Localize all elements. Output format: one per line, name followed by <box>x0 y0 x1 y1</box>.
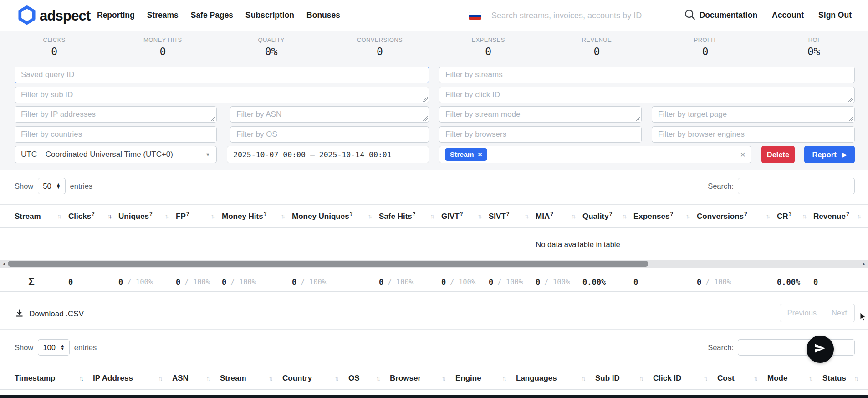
column-header-stream2[interactable]: Stream↑↓ <box>220 374 282 383</box>
column-header-money-uniques[interactable]: Money Uniques?↑↓ <box>292 211 379 221</box>
next-page-button[interactable]: Next <box>824 304 855 322</box>
spinner-icon: ▲▼ <box>56 183 61 189</box>
previous-page-button[interactable]: Previous <box>780 304 824 322</box>
column-header-revenue[interactable]: Revenue?↑↓ <box>813 211 868 221</box>
stream-tag[interactable]: Stream × <box>445 148 487 161</box>
column-header-click-id[interactable]: Click ID↑↓ <box>653 374 717 383</box>
column-header-clicks[interactable]: Clicks?↑↓ <box>68 211 118 221</box>
report-button[interactable]: Report ▶ <box>804 146 855 163</box>
totals-sivt: 0/ 100% <box>489 278 536 287</box>
totals-money-uniques: 0/ 100% <box>292 278 379 287</box>
filter-browsers-input[interactable] <box>439 126 642 143</box>
column-header-cr[interactable]: CR?↑↓ <box>777 211 813 221</box>
sort-icon: ↑↓ <box>442 375 447 382</box>
nav-item-safe-pages[interactable]: Safe Pages <box>191 10 233 20</box>
language-flag-ru-icon[interactable] <box>469 12 481 20</box>
brand-name: adspect <box>40 8 91 24</box>
stat-revenue: REVENUE0 <box>542 36 651 57</box>
filter-asn-textarea[interactable]: Filter by ASN <box>230 106 429 123</box>
sort-icon: ↑↓ <box>525 212 530 220</box>
column-header-engine[interactable]: Engine↑↓ <box>455 374 516 383</box>
nav-item-reporting[interactable]: Reporting <box>97 10 135 20</box>
column-header-cost[interactable]: Cost↑↓ <box>717 374 767 383</box>
column-header-os[interactable]: OS↑↓ <box>348 374 390 383</box>
column-header-givt[interactable]: GIVT?↑↓ <box>441 211 489 221</box>
table1-page-size-select[interactable]: 50 ▲▼ <box>38 178 65 194</box>
sort-icon: ↑↓ <box>57 212 62 220</box>
column-header-expenses[interactable]: Expenses?↑↓ <box>633 211 697 221</box>
scroll-right-icon[interactable]: ► <box>862 261 867 266</box>
search-icon[interactable] <box>684 9 696 23</box>
column-header-asn[interactable]: ASN↑↓ <box>172 374 220 383</box>
column-header-country[interactable]: Country↑↓ <box>282 374 348 383</box>
scroll-left-icon[interactable]: ◄ <box>1 261 6 266</box>
timezone-select[interactable]: UTC – Coordinated Universal Time (UTC+0)… <box>15 146 217 163</box>
column-header-languages[interactable]: Languages↑↓ <box>516 374 595 383</box>
clear-multiselect-icon[interactable]: × <box>740 150 745 159</box>
saved-query-id-input[interactable] <box>15 67 429 83</box>
table2-search-input[interactable] <box>738 339 855 356</box>
column-header-sivt[interactable]: SIVT?↑↓ <box>489 211 536 221</box>
nav-item-documentation[interactable]: Documentation <box>700 10 757 20</box>
column-header-money-hits[interactable]: Money Hits?↑↓ <box>222 211 292 221</box>
hexagon-logo-icon <box>18 5 36 26</box>
horizontal-scrollbar[interactable]: ◄ ► <box>0 260 868 268</box>
adspect-reporting-page: adspect Reporting Streams Safe Pages Sub… <box>0 0 868 398</box>
nav-item-bonuses[interactable]: Bonuses <box>306 10 340 20</box>
section-divider <box>0 329 868 330</box>
table1-search-input[interactable] <box>738 178 855 194</box>
sort-icon: ↑↓ <box>754 375 759 382</box>
spinner-icon: ▲▼ <box>61 344 65 351</box>
filter-sub-id-textarea[interactable]: Filter by sub ID <box>15 87 429 103</box>
sort-icon: ↑↓ <box>206 375 211 382</box>
column-header-uniques[interactable]: Uniques?↑↓ <box>118 211 176 221</box>
column-header-mia[interactable]: MIA?↑↓ <box>536 211 582 221</box>
filter-browser-engines-input[interactable] <box>652 126 855 143</box>
sort-icon: ↑↓ <box>269 375 274 382</box>
download-csv-link[interactable]: Download .CSV <box>15 308 84 320</box>
scrollbar-thumb[interactable] <box>8 261 648 267</box>
column-header-sub-id[interactable]: Sub ID↑↓ <box>595 374 653 383</box>
filter-stream-mode-textarea[interactable]: Filter by stream mode <box>439 106 642 123</box>
filter-streams-input[interactable] <box>439 67 855 83</box>
sort-icon: ↑↓ <box>854 375 859 382</box>
nav-item-sign-out[interactable]: Sign Out <box>818 10 852 20</box>
brand-logo[interactable]: adspect <box>18 5 91 26</box>
filter-ip-addresses-textarea[interactable]: Filter by IP addresses <box>15 106 217 123</box>
delete-button[interactable]: Delete <box>761 146 795 163</box>
global-search-input[interactable] <box>490 7 679 24</box>
stat-expenses: EXPENSES0 <box>434 36 542 57</box>
stat-money-hits: MONEY HITS0 <box>108 36 217 57</box>
column-header-stream[interactable]: Stream↑↓ <box>15 211 68 221</box>
column-header-browser[interactable]: Browser↑↓ <box>390 374 455 383</box>
column-header-safe-hits[interactable]: Safe Hits?↑↓ <box>379 211 441 221</box>
column-header-conversions[interactable]: Conversions?↑↓ <box>697 211 777 221</box>
sort-icon: ↑↓ <box>376 375 381 382</box>
group-by-multiselect[interactable]: Stream × × <box>439 146 751 163</box>
sort-icon: ↑↓ <box>281 212 286 220</box>
filter-click-id-textarea[interactable]: Filter by click ID <box>439 87 855 103</box>
remove-tag-icon[interactable]: × <box>478 150 482 159</box>
sort-icon: ↑↓ <box>368 212 373 220</box>
table2-length-control: Show 100 ▲▼ entries <box>15 339 97 356</box>
column-header-quality[interactable]: Quality?↑↓ <box>582 211 633 221</box>
sort-icon: ↑↓ <box>107 212 112 220</box>
column-header-status[interactable]: Status↑↓ <box>822 374 868 383</box>
column-header-timestamp[interactable]: Timestamp↑↓ <box>15 374 93 383</box>
table1-totals-row: Σ 0 0/ 100% 0/ 100% 0/ 100% 0/ 100% 0/ 1… <box>0 273 868 292</box>
date-range-input[interactable] <box>227 146 429 163</box>
nav-item-streams[interactable]: Streams <box>147 10 179 20</box>
totals-safe-hits: 0/ 100% <box>379 278 441 287</box>
nav-item-account[interactable]: Account <box>772 10 804 20</box>
filter-countries-input[interactable] <box>15 126 217 143</box>
nav-item-subscription[interactable]: Subscription <box>245 10 294 20</box>
main-nav: Reporting Streams Safe Pages Subscriptio… <box>97 0 340 31</box>
telegram-button[interactable] <box>807 336 834 363</box>
column-header-ip-address[interactable]: IP Address↑↓ <box>93 374 172 383</box>
filter-target-page-textarea[interactable]: Filter by target page <box>652 106 855 123</box>
table2-page-size-select[interactable]: 100 ▲▼ <box>38 339 69 356</box>
column-header-fp[interactable]: FP?↑↓ <box>176 211 222 221</box>
filter-os-input[interactable] <box>230 126 429 143</box>
download-icon <box>15 308 24 320</box>
column-header-mode[interactable]: Mode↑↓ <box>767 374 822 383</box>
